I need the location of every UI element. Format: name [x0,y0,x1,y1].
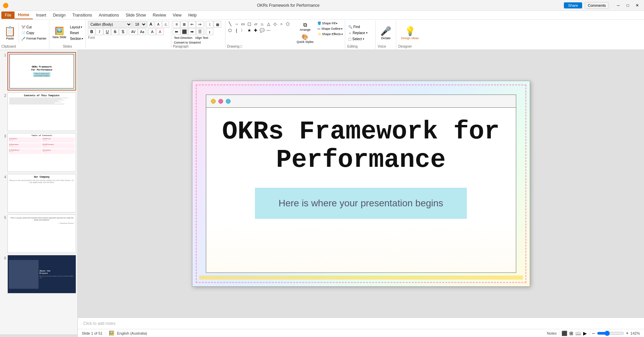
find-button[interactable]: 🔍 Find [347,24,373,29]
zoom-slider[interactable] [597,331,624,336]
shape-rect[interactable]: ▭ [240,21,246,27]
shape-line[interactable]: ╲ [227,21,233,27]
arrange-button[interactable]: ⧉ Arrange [295,21,315,32]
tab-transitions[interactable]: Transitions [69,11,95,19]
tab-help[interactable]: Help [185,11,200,19]
line-spacing-button[interactable]: ↕ [206,21,213,28]
language-label[interactable]: English (Australia) [117,331,147,335]
new-slide-button[interactable]: 🖼️ New Slide [51,23,69,43]
char-spacing-button[interactable]: AV [129,28,138,35]
columns-button[interactable]: ▦ [214,21,221,28]
font-color-button[interactable]: A [156,28,164,35]
align-right-button[interactable]: ➡ [188,28,196,35]
shape-triangle[interactable]: △ [265,21,271,27]
shape-chevron[interactable]: 〉 [240,27,246,33]
align-text-button[interactable]: Align Text [194,36,209,40]
minimize-button[interactable]: ─ [614,2,622,9]
tab-home[interactable]: Home [15,11,32,19]
font-size-select[interactable]: 18 [133,21,147,28]
case-button[interactable]: Aa [138,28,146,35]
convert-smartart-button[interactable]: Convert to SmartArt [173,41,202,45]
drawing-expand-icon[interactable]: ⎕ [240,45,242,48]
bullets-button[interactable]: ≡ [173,21,180,28]
underline-button[interactable]: U [103,28,111,35]
decrease-font-button[interactable]: A [155,21,162,28]
slideshow-button[interactable]: ▶ [583,331,587,336]
clear-format-button[interactable]: ⎌ [162,21,169,28]
replace-button[interactable]: ↔ Replace ▾ [347,30,373,35]
col-spacing-button[interactable]: ⫿ [206,28,213,35]
italic-button[interactable]: I [96,28,103,35]
layout-button[interactable]: Layout ▾ [69,25,84,30]
slide-subtitle-box[interactable]: Here is where your presentation begins [255,188,467,219]
font-family-select[interactable]: Calibri (Body) [88,21,132,28]
dictate-button[interactable]: 🎤 Dictate [378,25,394,41]
shape-circle[interactable]: ○ [278,21,284,27]
shape-round-rect[interactable]: ▢ [246,21,252,27]
notes-bar[interactable]: Click to add notes [78,317,644,329]
shape-trapezoid[interactable]: ⏢ [259,21,265,27]
maximize-button[interactable]: □ [624,2,632,9]
shape-pentagon[interactable]: ⬠ [285,21,291,27]
shape-more[interactable]: ⋯ [265,27,271,33]
slide-thumb-1[interactable]: 1 OKRs Frameworkfor Performance Here is … [1,52,76,90]
slide-sorter-button[interactable]: ⊞ [569,331,573,336]
shape-diamond[interactable]: ◇ [272,21,278,27]
select-button[interactable]: ⬚ Select ▾ [347,36,373,42]
comments-button[interactable]: Comments [585,2,609,9]
notes-button[interactable]: Notes [547,331,557,335]
tab-insert[interactable]: Insert [33,11,50,19]
increase-font-button[interactable]: A [147,21,154,28]
shape-fill-button[interactable]: 🪣 Shape Fill ▾ [317,21,343,26]
slide-thumb-5[interactable]: 5 "This is a quote, words full of wisdom… [1,214,76,253]
bold-button[interactable]: B [88,28,95,35]
quick-styles-button[interactable]: 🎨 Quick Styles [295,33,315,44]
zoom-out-button[interactable]: ─ [592,331,595,336]
section-button[interactable]: Section ▾ [69,36,84,41]
text-direction-button[interactable]: Text Direction [173,36,193,40]
close-button[interactable]: ✕ [633,2,641,9]
slide-thumb-3[interactable]: 3 Table of Contents 01 DefinitionHere yo… [1,133,76,172]
paste-button[interactable]: 📋 Paste [1,23,19,43]
align-center-button[interactable]: ⬛ [181,28,188,35]
tab-slideshow[interactable]: Slide Show [122,11,149,19]
slide-main-title[interactable]: OKRs Framework for Performance [220,118,502,174]
slide-thumb-6[interactable]: 6 About theProject Mercury is the closes… [1,255,76,293]
strikethrough-button[interactable]: S [111,28,119,35]
design-ideas-button[interactable]: 💡 Design Ideas [398,25,422,41]
format-painter-button[interactable]: 🖌️ Format Painter [20,36,48,41]
zoom-in-button[interactable]: + [626,331,628,336]
shape-effects-button[interactable]: ✨ Shape Effects ▾ [317,32,343,36]
shape-callout[interactable]: 💬 [259,27,265,33]
align-left-button[interactable]: ⬅ [173,28,180,35]
shape-star[interactable]: ★ [246,27,252,33]
highlight-color-button[interactable]: A [148,28,156,35]
tab-view[interactable]: View [169,11,185,19]
copy-button[interactable]: 📄 Copy [20,30,48,35]
reading-view-button[interactable]: 📖 [575,331,581,336]
main-slide[interactable]: OKRs Framework for Performance Here is w… [192,81,530,287]
slide-thumb-4[interactable]: 4 Our Company Mercury is the closest pla… [1,174,76,212]
shape-hexagon[interactable]: ⬡ [227,27,233,33]
numbering-button[interactable]: ≣ [181,21,188,28]
shape-cross[interactable]: ✚ [253,27,259,33]
shape-parallelogram[interactable]: ▱ [253,21,259,27]
tab-file[interactable]: File [1,11,15,19]
theme-button[interactable]: 🖼️ [109,331,114,336]
cut-button[interactable]: ✂️ Cut [20,25,48,30]
tab-design[interactable]: Design [50,11,69,19]
increase-indent-button[interactable]: ⇒ [196,21,204,28]
slide-thumb-2[interactable]: 2 Contents of This Template [1,93,76,131]
reset-button[interactable]: Reset [69,30,84,35]
shadow-button[interactable]: S [119,28,126,35]
normal-view-button[interactable]: ⬛ [562,331,567,336]
shape-brace[interactable]: { [233,27,239,33]
decrease-indent-button[interactable]: ⇐ [188,21,196,28]
tab-review[interactable]: Review [149,11,169,19]
justify-button[interactable]: ☰ [196,28,204,35]
share-button[interactable]: Share [564,2,582,8]
shape-outline-button[interactable]: ▭ Shape Outline ▾ [317,26,343,31]
shape-arrow[interactable]: → [233,21,239,27]
tab-animations[interactable]: Animations [95,11,122,19]
slide-panel-scrollbar[interactable] [0,334,77,337]
